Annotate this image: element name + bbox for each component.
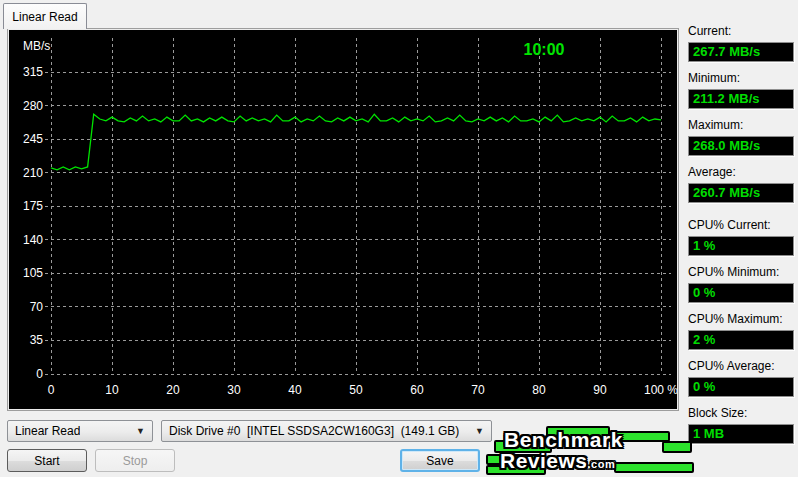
- stat-label: CPU% Current:: [688, 218, 794, 233]
- logo-text-reviews: Reviews.com: [500, 450, 615, 471]
- stat-value-box: 0 %: [688, 283, 794, 303]
- stats-panel: Current: 267.7 MB/s Minimum: 211.2 MB/s …: [688, 24, 794, 453]
- chevron-down-icon: ▼: [469, 426, 484, 436]
- tab-label: Linear Read: [12, 10, 77, 24]
- benchmark-app-window: Linear Read MB/s315280245210175140105703…: [0, 0, 798, 477]
- stat-cpu-current: CPU% Current: 1 %: [688, 218, 794, 256]
- logo-bar: [614, 462, 694, 473]
- chevron-down-icon: ▼: [130, 426, 145, 436]
- svg-text:10:00: 10:00: [524, 41, 565, 58]
- stat-label: Block Size:: [688, 406, 794, 421]
- svg-text:70: 70: [30, 300, 44, 314]
- stat-label: Maximum:: [688, 118, 794, 133]
- svg-text:100 %: 100 %: [644, 383, 677, 397]
- stat-cpu-minimum: CPU% Minimum: 0 %: [688, 265, 794, 303]
- stat-value-box: 1 %: [688, 236, 794, 256]
- stat-value-box: 260.7 MB/s: [688, 183, 794, 203]
- svg-text:280: 280: [23, 99, 43, 113]
- stat-label: CPU% Maximum:: [688, 312, 794, 327]
- stat-value-box: 0 %: [688, 377, 794, 397]
- stat-label: Average:: [688, 165, 794, 180]
- stat-average: Average: 260.7 MB/s: [688, 165, 794, 203]
- svg-text:80: 80: [532, 383, 546, 397]
- stat-value-box: 268.0 MB/s: [688, 136, 794, 156]
- drive-select[interactable]: Disk Drive #0 [INTEL SSDSA2CW160G3] (149…: [161, 420, 492, 442]
- svg-text:315: 315: [23, 65, 43, 79]
- svg-text:10: 10: [105, 383, 119, 397]
- stat-value-box: 2 %: [688, 330, 794, 350]
- test-mode-value: Linear Read: [15, 424, 80, 438]
- stat-label: CPU% Minimum:: [688, 265, 794, 280]
- stop-button-label: Stop: [123, 454, 148, 468]
- stat-maximum: Maximum: 268.0 MB/s: [688, 118, 794, 156]
- drive-select-value: Disk Drive #0 [INTEL SSDSA2CW160G3] (149…: [169, 424, 459, 438]
- logo-bar: [662, 441, 692, 453]
- stat-label: Current:: [688, 24, 794, 39]
- svg-text:245: 245: [23, 132, 43, 146]
- test-mode-select[interactable]: Linear Read ▼: [7, 420, 153, 442]
- svg-text:MB/s: MB/s: [23, 39, 50, 53]
- svg-text:0: 0: [48, 383, 55, 397]
- logo-text-benchmark: Benchmark: [504, 429, 623, 450]
- svg-text:70: 70: [471, 383, 485, 397]
- svg-text:35: 35: [30, 333, 44, 347]
- stat-label: CPU% Average:: [688, 359, 794, 374]
- svg-text:60: 60: [410, 383, 424, 397]
- svg-text:175: 175: [23, 199, 43, 213]
- benchmark-chart: MB/s315280245210175140105703500102030405…: [9, 30, 677, 409]
- stat-minimum: Minimum: 211.2 MB/s: [688, 71, 794, 109]
- tab-linear-read[interactable]: Linear Read: [3, 3, 87, 29]
- stat-value-box: 267.7 MB/s: [688, 42, 794, 62]
- stat-cpu-average: CPU% Average: 0 %: [688, 359, 794, 397]
- stat-block-size: Block Size: 1 MB: [688, 406, 794, 444]
- svg-text:105: 105: [23, 266, 43, 280]
- start-button-label: Start: [34, 454, 59, 468]
- svg-text:0: 0: [36, 367, 43, 381]
- svg-text:30: 30: [227, 383, 241, 397]
- stop-button[interactable]: Stop: [95, 449, 175, 472]
- start-button[interactable]: Start: [7, 449, 87, 472]
- svg-text:50: 50: [349, 383, 363, 397]
- chart-panel: MB/s315280245210175140105703500102030405…: [8, 29, 678, 410]
- benchmark-reviews-logo: Benchmark Reviews.com: [486, 426, 700, 477]
- stat-value-box: 1 MB: [688, 424, 794, 444]
- stat-label: Minimum:: [688, 71, 794, 86]
- svg-text:90: 90: [593, 383, 607, 397]
- svg-text:20: 20: [166, 383, 180, 397]
- stat-cpu-maximum: CPU% Maximum: 2 %: [688, 312, 794, 350]
- svg-text:210: 210: [23, 166, 43, 180]
- svg-text:140: 140: [23, 233, 43, 247]
- stat-current: Current: 267.7 MB/s: [688, 24, 794, 62]
- stat-value-box: 211.2 MB/s: [688, 89, 794, 109]
- save-button[interactable]: Save: [400, 449, 480, 472]
- logo-text-com: .com: [588, 458, 616, 470]
- save-button-label: Save: [426, 454, 453, 468]
- svg-text:40: 40: [288, 383, 302, 397]
